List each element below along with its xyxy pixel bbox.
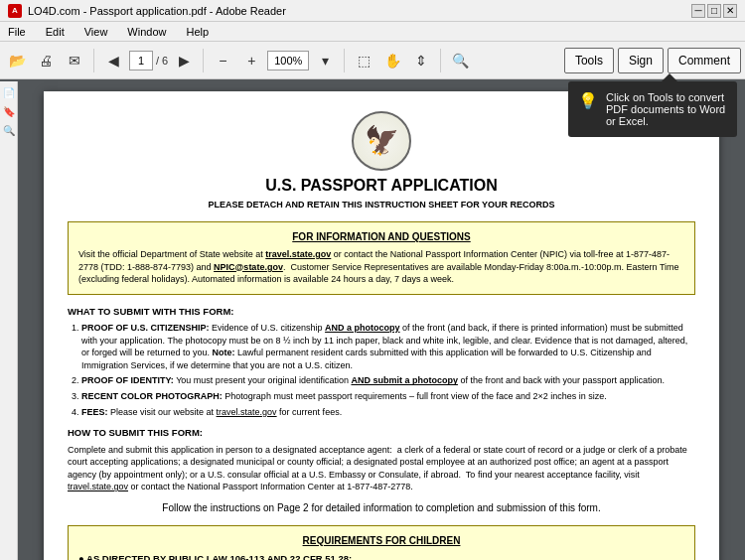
info-box: FOR INFORMATION AND QUESTIONS Visit the … — [68, 221, 695, 295]
open-button[interactable]: 📂 — [4, 48, 30, 73]
submit-list: PROOF OF U.S. CITIZENSHIP: Evidence of U… — [68, 322, 695, 418]
next-page-button[interactable]: ▶ — [171, 48, 197, 73]
left-panel-icon-3[interactable]: 🔍 — [1, 123, 17, 138]
search-button[interactable]: 🔍 — [447, 48, 473, 73]
bulb-icon: 💡 — [578, 91, 598, 110]
window-title: LO4D.com - Passport application.pdf - Ad… — [28, 5, 286, 17]
sign-button[interactable]: Sign — [618, 48, 664, 73]
zoom-input[interactable] — [267, 51, 309, 70]
hand-tool-button[interactable]: ✋ — [379, 48, 405, 73]
app-icon: A — [8, 4, 22, 18]
print-button[interactable]: 🖨 — [33, 48, 59, 73]
submit-item-1: PROOF OF U.S. CITIZENSHIP: Evidence of U… — [81, 322, 695, 371]
maximize-button[interactable]: □ — [707, 4, 721, 18]
submit-item-4: FEES: Please visit our website at travel… — [81, 406, 695, 419]
left-panel: 📄 🔖 🔍 — [0, 81, 18, 560]
tools-button[interactable]: Tools — [564, 48, 614, 73]
how-section-body: Complete and submit this application in … — [68, 444, 695, 493]
req-box-title: REQUIREMENTS FOR CHILDREN — [78, 534, 684, 548]
zoom-in-button[interactable]: + — [238, 48, 264, 73]
separator-3 — [344, 49, 345, 72]
page-total: / 6 — [156, 55, 168, 67]
separator-2 — [203, 49, 204, 72]
pdf-viewer[interactable]: 🦅 U.S. PASSPORT APPLICATION PLEASE DETAC… — [18, 81, 745, 560]
left-panel-icon-2[interactable]: 🔖 — [1, 104, 17, 119]
menu-window[interactable]: Window — [123, 24, 170, 40]
seal-emblem: 🦅 — [352, 111, 411, 171]
law-text: ● AS DIRECTED BY PUBLIC LAW 106-113 AND … — [78, 552, 684, 560]
toolbar: 📂 🖨 ✉ ◀ / 6 ▶ − + ▾ ⬚ ✋ ⇕ 🔍 Tools Sign C… — [0, 42, 745, 79]
separator-4 — [440, 49, 441, 72]
separator-1 — [93, 49, 94, 72]
follow-line: Follow the instructions on Page 2 for de… — [68, 501, 695, 515]
prev-page-button[interactable]: ◀ — [100, 48, 126, 73]
how-section-title: HOW TO SUBMIT THIS FORM: — [68, 426, 695, 439]
minimize-button[interactable]: ─ — [691, 4, 705, 18]
requirements-box: REQUIREMENTS FOR CHILDREN ● AS DIRECTED … — [68, 525, 695, 560]
menu-view[interactable]: View — [80, 24, 112, 40]
close-button[interactable]: ✕ — [723, 4, 737, 18]
document-title: U.S. PASSPORT APPLICATION — [265, 175, 498, 197]
tooltip-arrow — [662, 73, 677, 81]
submit-section-title: WHAT TO SUBMIT WITH THIS FORM: — [68, 305, 695, 318]
document-subtitle: PLEASE DETACH AND RETAIN THIS INSTRUCTIO… — [208, 199, 554, 211]
submit-item-2: PROOF OF IDENTITY: You must present your… — [81, 374, 695, 387]
zoom-dropdown-button[interactable]: ▾ — [312, 48, 338, 73]
menu-bar: File Edit View Window Help — [0, 22, 745, 42]
comment-button[interactable]: Comment — [668, 48, 741, 73]
page-number-input[interactable] — [129, 51, 153, 70]
scroll-button[interactable]: ⇕ — [408, 48, 434, 73]
menu-edit[interactable]: Edit — [42, 24, 69, 40]
tooltip-text: Click on Tools to convert PDF documents … — [606, 91, 727, 127]
menu-file[interactable]: File — [4, 24, 30, 40]
menu-help[interactable]: Help — [182, 24, 213, 40]
left-panel-icon-1[interactable]: 📄 — [1, 85, 17, 100]
info-box-body: Visit the official Department of State w… — [78, 248, 684, 286]
email-button[interactable]: ✉ — [62, 48, 87, 73]
pdf-page: 🦅 U.S. PASSPORT APPLICATION PLEASE DETAC… — [44, 91, 719, 560]
title-bar: A LO4D.com - Passport application.pdf - … — [0, 0, 745, 22]
tooltip-box: 💡 Click on Tools to convert PDF document… — [568, 81, 737, 137]
submit-item-3: RECENT COLOR PHOTOGRAPH: Photograph must… — [81, 390, 695, 403]
select-tool-button[interactable]: ⬚ — [351, 48, 376, 73]
info-box-title: FOR INFORMATION AND QUESTIONS — [78, 230, 684, 244]
zoom-out-button[interactable]: − — [210, 48, 235, 73]
